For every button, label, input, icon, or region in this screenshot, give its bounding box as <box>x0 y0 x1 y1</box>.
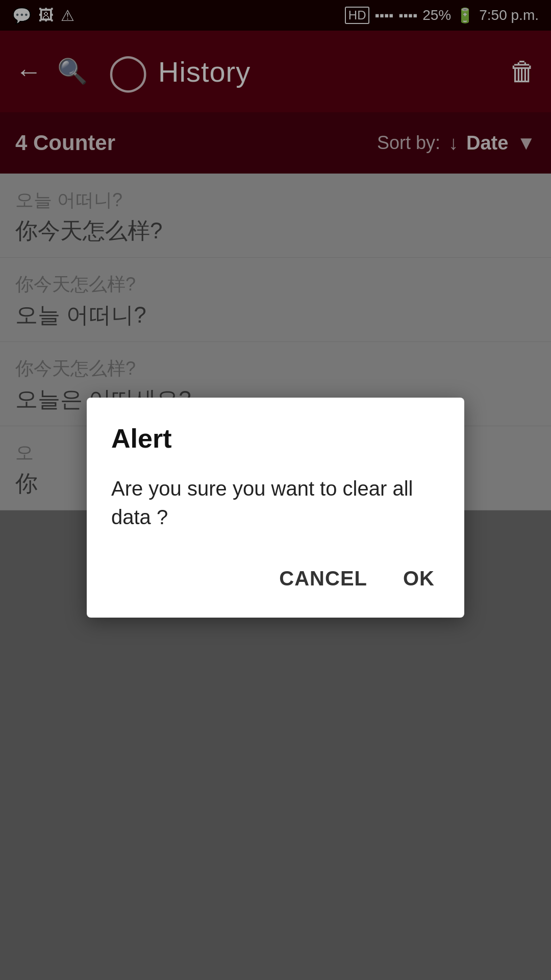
dialog-title: Alert <box>111 423 440 454</box>
ok-button[interactable]: OK <box>398 562 440 595</box>
cancel-button[interactable]: CANCEL <box>274 562 372 595</box>
dialog-message: Are you sure you want to clear all data … <box>111 474 440 531</box>
dialog-buttons: CANCEL OK <box>111 562 440 602</box>
alert-dialog: Alert Are you sure you want to clear all… <box>87 398 464 618</box>
